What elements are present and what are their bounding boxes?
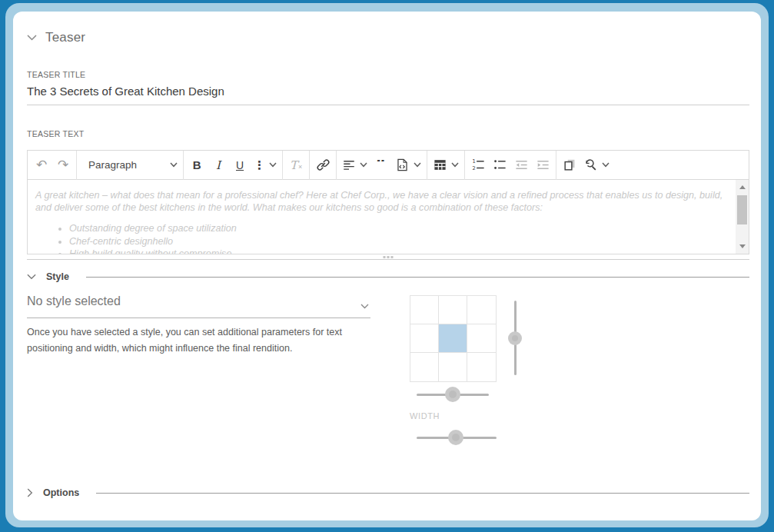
bullet-list-button[interactable] bbox=[489, 154, 510, 177]
chevron-right-icon bbox=[27, 488, 33, 497]
width-slider[interactable] bbox=[417, 431, 497, 444]
bold-icon: B bbox=[193, 158, 201, 171]
clear-formatting-button[interactable]: T× bbox=[285, 154, 307, 177]
list-item: Chef-centric designhello bbox=[69, 235, 728, 248]
grid-cell[interactable] bbox=[410, 296, 439, 324]
horizontal-position-slider[interactable] bbox=[417, 387, 489, 401]
redo-icon: ↷ bbox=[58, 158, 68, 171]
link-icon bbox=[316, 158, 331, 172]
style-section-title: Style bbox=[46, 271, 69, 282]
code-block-dropdown[interactable] bbox=[392, 154, 424, 177]
undo-button[interactable]: ↶ bbox=[31, 154, 52, 177]
toolbar-divider bbox=[464, 151, 465, 180]
chevron-down-icon bbox=[360, 162, 367, 168]
style-section-body: No style selected Once you have selected… bbox=[27, 294, 749, 444]
numbered-list-button[interactable]: 12 bbox=[467, 154, 489, 177]
redo-button[interactable]: ↷ bbox=[52, 154, 74, 177]
vertical-position-slider[interactable] bbox=[508, 301, 522, 375]
grid-cell[interactable] bbox=[439, 296, 467, 324]
richtext-editor: ↶ ↷ Paragraph B I U ⋮ bbox=[27, 150, 749, 254]
richtext-content[interactable]: A great kitchen – what does that mean fo… bbox=[28, 180, 736, 254]
options-section-header[interactable]: Options bbox=[27, 487, 749, 499]
blockquote-icon: “ bbox=[376, 160, 387, 171]
options-section-title: Options bbox=[43, 487, 79, 498]
grid-cell[interactable] bbox=[410, 353, 439, 381]
position-grid bbox=[410, 295, 497, 382]
list-item: Outstanding degree of space utilization bbox=[69, 222, 728, 234]
grid-cell[interactable] bbox=[467, 296, 496, 324]
editor-resize-handle[interactable] bbox=[27, 254, 749, 260]
numbered-list-icon: 12 bbox=[471, 158, 486, 172]
scroll-down-icon[interactable] bbox=[739, 244, 746, 248]
svg-text:1: 1 bbox=[472, 158, 475, 165]
chevron-down-icon bbox=[451, 162, 459, 168]
resize-grip-icon bbox=[380, 256, 397, 258]
page-title: Teaser bbox=[45, 30, 85, 45]
paste-button[interactable] bbox=[559, 154, 580, 177]
undo-icon: ↶ bbox=[36, 158, 47, 171]
chevron-down-icon bbox=[360, 298, 369, 312]
slider-thumb[interactable] bbox=[508, 331, 522, 345]
paragraph-format-dropdown[interactable]: Paragraph bbox=[79, 154, 181, 177]
svg-text:2: 2 bbox=[472, 165, 475, 171]
paste-icon bbox=[563, 158, 577, 172]
style-select-value: No style selected bbox=[27, 294, 121, 308]
scrollbar-thumb[interactable] bbox=[737, 195, 747, 224]
table-icon bbox=[433, 158, 447, 172]
outdent-icon bbox=[514, 158, 529, 172]
chevron-down-icon bbox=[602, 162, 610, 168]
teaser-section-header[interactable]: Teaser bbox=[27, 29, 749, 46]
indent-button[interactable] bbox=[532, 154, 553, 177]
teaser-title-input[interactable] bbox=[27, 83, 749, 105]
editor-scrollbar[interactable] bbox=[736, 180, 749, 254]
grid-cell[interactable] bbox=[467, 353, 496, 381]
blockquote-button[interactable]: “ bbox=[370, 154, 392, 177]
grid-cell[interactable] bbox=[467, 324, 496, 353]
indent-icon bbox=[536, 158, 550, 172]
link-button[interactable] bbox=[312, 154, 334, 177]
toolbar-divider bbox=[336, 151, 337, 180]
chevron-down-icon bbox=[170, 162, 178, 168]
style-select-dropdown[interactable]: No style selected bbox=[27, 294, 370, 318]
width-label: WIDTH bbox=[410, 411, 522, 421]
code-block-icon bbox=[395, 158, 410, 172]
align-left-icon bbox=[342, 158, 356, 172]
toolbar-divider bbox=[282, 151, 283, 180]
teaser-form-panel: Teaser TEASER TITLE TEASER TEXT ↶ ↷ Para… bbox=[13, 12, 761, 520]
grid-cell[interactable] bbox=[439, 353, 467, 381]
toolbar-divider bbox=[556, 151, 556, 180]
slider-thumb[interactable] bbox=[445, 387, 460, 402]
section-divider bbox=[96, 493, 749, 494]
find-replace-dropdown[interactable] bbox=[580, 154, 613, 177]
teaser-text-label: TEASER TEXT bbox=[27, 129, 749, 138]
underline-icon: U bbox=[236, 159, 244, 171]
richtext-bullet-list: Outstanding degree of space utilization … bbox=[35, 222, 728, 254]
bold-button[interactable]: B bbox=[186, 154, 208, 177]
richtext-body: A great kitchen – what does that mean fo… bbox=[28, 180, 749, 254]
style-description: Once you have selected a style, you can … bbox=[27, 324, 370, 356]
toolbar-divider bbox=[427, 151, 427, 180]
italic-icon: I bbox=[216, 158, 221, 172]
scroll-up-icon[interactable] bbox=[739, 185, 746, 189]
window-frame: Teaser TEASER TITLE TEASER TEXT ↶ ↷ Para… bbox=[5, 3, 769, 527]
table-dropdown[interactable] bbox=[430, 154, 462, 177]
overflow-dots-icon: ⋮ bbox=[254, 158, 265, 172]
underline-button[interactable]: U bbox=[229, 154, 251, 177]
list-item: High build quality without compromise bbox=[69, 248, 728, 254]
align-dropdown[interactable] bbox=[339, 154, 370, 177]
italic-button[interactable]: I bbox=[208, 154, 229, 177]
grid-cell[interactable] bbox=[439, 324, 467, 353]
outdent-button[interactable] bbox=[510, 154, 532, 177]
style-left-column: No style selected Once you have selected… bbox=[27, 294, 370, 444]
style-right-column: WIDTH bbox=[410, 294, 522, 444]
style-section-header[interactable]: Style bbox=[27, 271, 749, 283]
chevron-down-icon bbox=[414, 162, 421, 168]
find-replace-icon bbox=[583, 158, 598, 172]
clear-formatting-icon: T× bbox=[290, 158, 302, 172]
grid-cell[interactable] bbox=[410, 324, 439, 353]
chevron-down-icon bbox=[27, 35, 37, 41]
richtext-paragraph: A great kitchen – what does that mean fo… bbox=[35, 189, 728, 214]
toolbar-divider bbox=[309, 151, 310, 180]
slider-thumb[interactable] bbox=[448, 430, 463, 445]
more-formatting-dropdown[interactable]: ⋮ bbox=[251, 154, 280, 177]
